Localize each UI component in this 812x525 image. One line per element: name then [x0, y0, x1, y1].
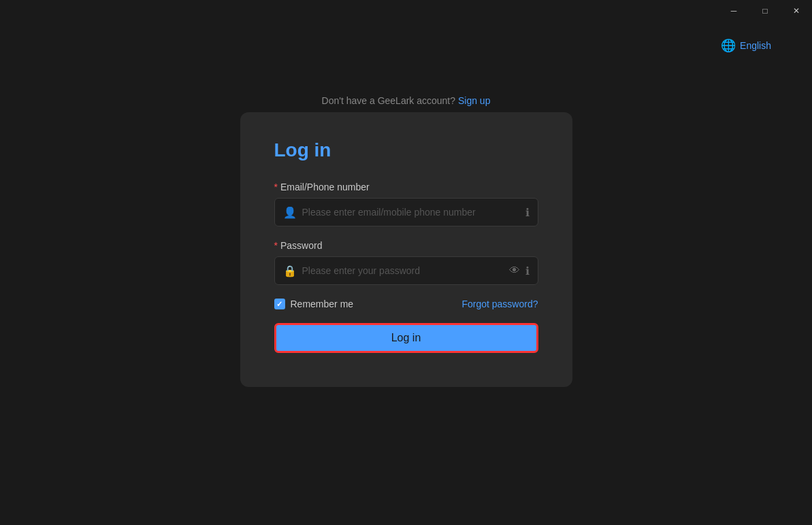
- title-bar: ─ □ ✕: [0, 0, 812, 22]
- lock-icon: 🔒: [283, 265, 297, 277]
- remember-me[interactable]: ✓ Remember me: [274, 299, 354, 309]
- email-form-group: * Email/Phone number 👤 ℹ: [274, 182, 538, 226]
- password-input-actions: 👁 ℹ: [509, 265, 530, 277]
- language-selector[interactable]: 🌐 English: [721, 38, 771, 53]
- signup-link[interactable]: Sign up: [458, 95, 490, 106]
- email-info-icon[interactable]: ℹ: [525, 206, 530, 219]
- login-button[interactable]: Log in: [274, 323, 538, 353]
- email-label-text: Email/Phone number: [280, 182, 370, 192]
- globe-icon: 🌐: [721, 38, 736, 53]
- remember-me-label: Remember me: [291, 299, 354, 309]
- forgot-password-link[interactable]: Forgot password?: [461, 299, 538, 309]
- password-label: * Password: [274, 240, 538, 251]
- login-button-label: Log in: [391, 332, 421, 344]
- maximize-button[interactable]: □: [749, 0, 781, 22]
- email-input-wrapper: 👤 ℹ: [274, 198, 538, 226]
- password-form-group: * Password 🔒 👁 ℹ: [274, 240, 538, 285]
- email-input[interactable]: [302, 207, 525, 218]
- password-info-icon[interactable]: ℹ: [525, 265, 530, 277]
- email-label: * Email/Phone number: [274, 182, 538, 192]
- email-required-star: *: [274, 182, 278, 192]
- top-message: Don't have a GeeLark account? Sign up: [0, 95, 812, 106]
- login-title: Log in: [274, 139, 538, 161]
- password-required-star: *: [274, 240, 278, 251]
- user-icon: 👤: [283, 206, 297, 219]
- email-input-actions: ℹ: [525, 206, 530, 219]
- top-message-text: Don't have a GeeLark account?: [322, 95, 455, 106]
- minimize-button[interactable]: ─: [718, 0, 749, 22]
- close-button[interactable]: ✕: [781, 0, 812, 22]
- login-card: Log in * Email/Phone number 👤 ℹ * Passwo…: [240, 112, 572, 387]
- title-bar-controls: ─ □ ✕: [718, 0, 812, 22]
- password-label-text: Password: [280, 240, 322, 251]
- language-label: English: [740, 40, 771, 51]
- checkbox-check-icon: ✓: [276, 300, 282, 309]
- toggle-visibility-icon[interactable]: 👁: [509, 265, 520, 277]
- form-footer-row: ✓ Remember me Forgot password?: [274, 299, 538, 309]
- remember-me-checkbox[interactable]: ✓: [274, 299, 285, 309]
- password-input-wrapper: 🔒 👁 ℹ: [274, 256, 538, 285]
- password-input[interactable]: [302, 265, 509, 276]
